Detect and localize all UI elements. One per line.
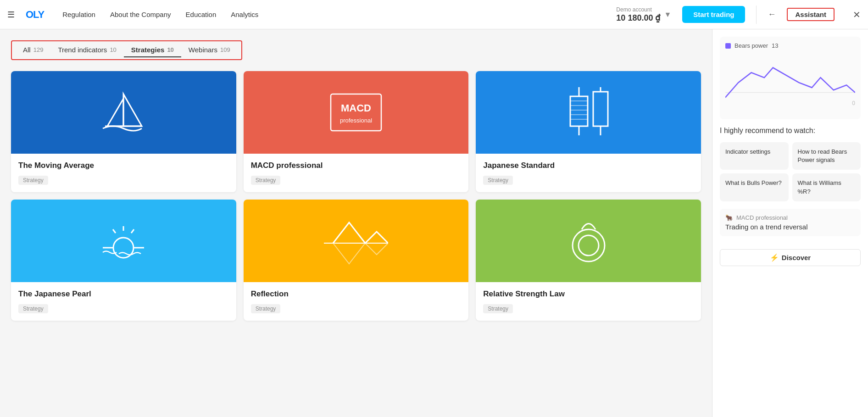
bottom-section-header: 🐂 MACD professional [725, 214, 855, 221]
card-title: Japanese Standard [483, 161, 694, 170]
svg-line-20 [113, 229, 116, 233]
card-moving-average[interactable]: The Moving Average Strategy [11, 71, 236, 192]
sailboat-icon [96, 85, 151, 140]
main-layout: All 129 Trend indicators 10 Strategies 1… [0, 29, 868, 417]
tab-all[interactable]: All 129 [16, 43, 50, 57]
suggestions-grid: Indicator settings How to read Bears Pow… [720, 142, 861, 201]
nav-education[interactable]: Education [186, 11, 217, 18]
card-body: MACD professional Strategy [244, 154, 469, 192]
close-icon[interactable]: ✕ [853, 9, 861, 20]
card-title: The Moving Average [18, 161, 229, 170]
card-tag: Strategy [18, 304, 48, 313]
svg-rect-14 [593, 92, 608, 126]
card-reflection[interactable]: Reflection Strategy [244, 200, 469, 321]
svg-marker-1 [107, 99, 123, 126]
card-relative-strength[interactable]: Relative Strength Law Strategy [476, 200, 701, 321]
legend-dot [725, 43, 731, 49]
bull-icon: 🐂 [725, 214, 733, 221]
chart-svg [725, 53, 855, 112]
card-body: Relative Strength Law Strategy [476, 282, 701, 321]
card-tag: Strategy [251, 176, 281, 185]
macd-icon: MACD professional [324, 89, 388, 135]
card-macd-professional[interactable]: MACD professional MACD professional Stra… [244, 71, 469, 192]
logo: OLY [26, 9, 44, 21]
card-image-moving-average [11, 71, 236, 154]
suggestion-williams[interactable]: What is Williams %R? [792, 173, 861, 201]
card-image-reflection [244, 200, 469, 282]
header: ☰ OLY Regulation About the Company Educa… [0, 0, 868, 29]
right-panel: Bears power 13 0 I highly recommend to w… [712, 29, 868, 417]
card-tag: Strategy [483, 176, 513, 185]
svg-point-24 [573, 229, 605, 261]
svg-text:professional: professional [340, 117, 372, 124]
chart-legend: Bears power 13 [725, 42, 855, 49]
bottom-subtitle: MACD professional [736, 214, 788, 221]
main-nav: Regulation About the Company Education A… [62, 11, 258, 18]
chart-indicator-value: 13 [772, 42, 778, 49]
demo-account: Demo account 10 180.00 ₫ ▼ [616, 6, 671, 23]
kettlebell-icon [561, 213, 616, 268]
card-tag: Strategy [18, 176, 48, 185]
card-image-japanese [476, 71, 701, 154]
suggestion-indicator-settings[interactable]: Indicator settings [720, 142, 789, 170]
suggestion-bulls-power[interactable]: What is Bulls Power? [720, 173, 789, 201]
svg-text:MACD: MACD [341, 102, 371, 114]
cards-grid: The Moving Average Strategy MACD profess… [11, 71, 701, 321]
tab-strategies[interactable]: Strategies 10 [124, 43, 181, 57]
card-tag: Strategy [251, 304, 281, 313]
card-image-pearl [11, 200, 236, 282]
menu-icon[interactable]: ☰ [7, 10, 15, 20]
card-title: The Japanese Pearl [18, 289, 229, 299]
sun-icon [96, 213, 151, 268]
chart-indicator-label: Bears power [734, 42, 768, 49]
svg-marker-0 [123, 94, 142, 126]
candles-icon [556, 85, 621, 140]
card-body: The Moving Average Strategy [11, 154, 236, 192]
chevron-down-icon[interactable]: ▼ [664, 11, 671, 19]
assistant-badge[interactable]: Assistant [787, 8, 835, 21]
card-japanese-standard[interactable]: Japanese Standard Strategy [476, 71, 701, 192]
nav-regulation[interactable]: Regulation [62, 11, 95, 18]
card-title: Relative Strength Law [483, 289, 694, 299]
svg-line-19 [131, 229, 134, 233]
tab-trend-indicators[interactable]: Trend indicators 10 [50, 43, 123, 57]
start-trading-button[interactable]: Start trading [682, 6, 745, 23]
recommend-text: I highly recommend to watch: [720, 127, 861, 135]
tabs-bar: All 129 Trend indicators 10 Strategies 1… [11, 40, 242, 60]
left-content: All 129 Trend indicators 10 Strategies 1… [0, 29, 712, 417]
discover-label: Discover [782, 254, 811, 261]
nav-analytics[interactable]: Analytics [231, 11, 258, 18]
card-tag: Strategy [483, 304, 513, 313]
bolt-icon: ⚡ [770, 253, 779, 262]
bottom-title: Trading on a trend reversal [725, 223, 855, 231]
card-body: The Japanese Pearl Strategy [11, 282, 236, 321]
nav-about[interactable]: About the Company [110, 11, 171, 18]
svg-point-25 [579, 235, 599, 256]
back-icon[interactable]: ← [768, 10, 776, 19]
chart-zero-label: 0 [852, 100, 855, 106]
card-body: Japanese Standard Strategy [476, 154, 701, 192]
card-title: MACD professional [251, 161, 462, 170]
chart-area: Bears power 13 0 [720, 37, 861, 119]
card-body: Reflection Strategy [244, 282, 469, 321]
divider [756, 6, 757, 24]
discover-button[interactable]: ⚡ Discover [720, 249, 861, 266]
demo-account-value: 10 180.00 ₫ [616, 13, 660, 23]
suggestion-how-to-read[interactable]: How to read Bears Power signals [792, 142, 861, 170]
card-title: Reflection [251, 289, 462, 299]
bottom-section[interactable]: 🐂 MACD professional Trading on a trend r… [720, 209, 861, 236]
demo-account-label: Demo account [616, 6, 660, 13]
card-image-strength [476, 200, 701, 282]
card-image-macd: MACD professional [244, 71, 469, 154]
card-japanese-pearl[interactable]: The Japanese Pearl Strategy [11, 200, 236, 321]
tab-webinars[interactable]: Webinars 109 [181, 43, 238, 57]
mountains-icon [324, 213, 388, 268]
